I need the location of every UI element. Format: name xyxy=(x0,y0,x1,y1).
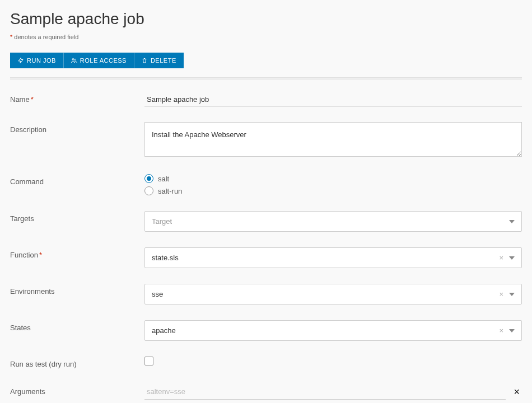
delete-button[interactable]: DELETE xyxy=(134,53,184,68)
delete-button-label: DELETE xyxy=(151,57,176,64)
targets-select-value: Target xyxy=(152,217,172,226)
radio-icon xyxy=(144,174,153,183)
page-title: Sample apache job xyxy=(10,10,522,28)
radio-label: salt-run xyxy=(158,187,182,195)
description-textarea[interactable]: Install the Apache Webserver xyxy=(144,122,522,157)
name-input[interactable] xyxy=(144,92,522,106)
argument-item: × xyxy=(144,384,522,400)
name-row: Name* xyxy=(10,92,522,106)
command-radio-group: salt salt-run xyxy=(144,174,522,195)
targets-row: Targets Target xyxy=(10,211,522,232)
targets-label: Targets xyxy=(10,211,144,223)
required-field-note: denotes a required field xyxy=(10,34,522,40)
argument-input[interactable] xyxy=(144,384,506,400)
svg-point-0 xyxy=(72,59,74,60)
toolbar: RUN JOB ROLE ACCESS DELETE xyxy=(10,53,522,68)
chevron-down-icon xyxy=(509,293,515,296)
clear-icon[interactable]: × xyxy=(499,254,503,262)
states-select[interactable]: apache × xyxy=(144,320,522,341)
clear-icon[interactable]: × xyxy=(499,290,503,298)
states-label: States xyxy=(10,320,144,332)
role-access-button[interactable]: ROLE ACCESS xyxy=(63,53,134,68)
states-row: States apache × xyxy=(10,320,522,341)
svg-point-1 xyxy=(74,59,76,60)
run-as-test-row: Run as test (dry run) xyxy=(10,357,522,368)
description-label: Description xyxy=(10,122,144,134)
chevron-down-icon xyxy=(509,329,515,332)
command-row: Command salt salt-run xyxy=(10,174,522,195)
command-option-salt[interactable]: salt xyxy=(144,174,522,183)
targets-select[interactable]: Target xyxy=(144,211,522,232)
role-access-button-label: ROLE ACCESS xyxy=(80,57,127,64)
clear-icon[interactable]: × xyxy=(499,326,503,335)
arguments-label: Arguments xyxy=(10,384,144,396)
run-job-button[interactable]: RUN JOB xyxy=(10,53,63,68)
chevron-down-icon xyxy=(509,256,515,260)
radio-icon xyxy=(144,186,153,195)
environments-select[interactable]: sse × xyxy=(144,284,522,304)
command-option-salt-run[interactable]: salt-run xyxy=(144,186,522,195)
users-icon xyxy=(71,57,77,64)
environments-row: Environments sse × xyxy=(10,284,522,304)
radio-label: salt xyxy=(158,175,169,183)
command-label: Command xyxy=(10,174,144,186)
trash-icon xyxy=(141,57,148,64)
remove-argument-icon[interactable]: × xyxy=(511,386,522,398)
run-as-test-checkbox[interactable] xyxy=(144,357,153,365)
lightning-icon xyxy=(17,57,24,64)
states-select-value: apache xyxy=(152,326,176,335)
name-label: Name* xyxy=(10,92,144,104)
run-as-test-label: Run as test (dry run) xyxy=(10,357,144,368)
environments-label: Environments xyxy=(10,284,144,296)
arguments-row: Arguments × xyxy=(10,384,522,400)
function-select[interactable]: state.sls × xyxy=(144,247,522,268)
function-row: Function* state.sls × xyxy=(10,247,522,268)
function-select-value: state.sls xyxy=(152,254,179,262)
chevron-down-icon xyxy=(509,220,515,223)
environments-select-value: sse xyxy=(152,290,163,298)
function-label: Function* xyxy=(10,247,144,259)
description-row: Description Install the Apache Webserver xyxy=(10,122,522,158)
divider xyxy=(10,77,522,79)
run-job-button-label: RUN JOB xyxy=(27,57,56,64)
